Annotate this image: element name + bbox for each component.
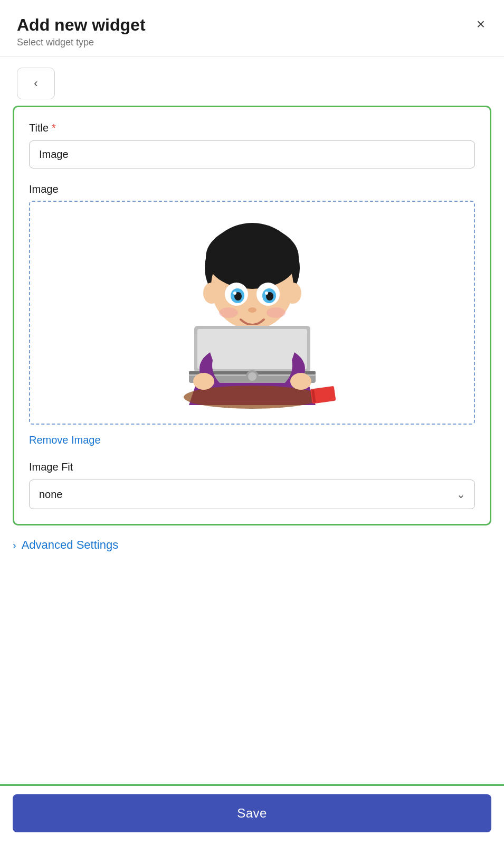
- bottom-save-bar: Save: [0, 784, 504, 845]
- svg-point-28: [290, 373, 311, 390]
- save-button[interactable]: Save: [13, 794, 491, 832]
- svg-point-14: [219, 307, 238, 318]
- image-fit-select[interactable]: none contain cover fill scale-down: [29, 480, 475, 509]
- advanced-settings-button[interactable]: › Advanced Settings: [13, 538, 118, 552]
- svg-point-27: [193, 373, 214, 390]
- remove-image-button[interactable]: Remove Image: [29, 434, 101, 446]
- close-button[interactable]: ×: [474, 15, 487, 34]
- svg-point-3: [203, 283, 220, 304]
- cartoon-boy-svg: [152, 210, 353, 416]
- svg-point-24: [248, 372, 256, 381]
- svg-point-11: [233, 292, 236, 295]
- dialog-title: Add new widget: [17, 15, 146, 35]
- svg-point-4: [284, 283, 301, 304]
- title-input[interactable]: [29, 140, 475, 168]
- svg-point-13: [248, 307, 256, 313]
- svg-point-2: [206, 226, 299, 289]
- dialog-subtitle: Select widget type: [17, 37, 146, 48]
- back-icon: ‹: [34, 77, 37, 90]
- image-dropzone[interactable]: [29, 201, 475, 425]
- chevron-right-icon: ›: [13, 539, 16, 551]
- image-label: Image: [29, 183, 475, 195]
- image-fit-select-wrapper: none contain cover fill scale-down ⌄: [29, 480, 475, 509]
- image-fit-label: Image Fit: [29, 461, 475, 473]
- advanced-settings-section: › Advanced Settings: [13, 538, 491, 552]
- back-section: ‹: [0, 57, 504, 106]
- dialog-header: Add new widget Select widget type ×: [0, 0, 504, 57]
- title-label: Title *: [29, 122, 475, 134]
- advanced-settings-label: Advanced Settings: [22, 538, 118, 552]
- header-text: Add new widget Select widget type: [17, 15, 146, 48]
- required-indicator: *: [52, 122, 56, 134]
- svg-rect-21: [197, 329, 307, 369]
- form-card: Title * Image: [13, 106, 491, 525]
- svg-point-12: [265, 292, 268, 295]
- image-preview: [30, 202, 474, 424]
- back-button[interactable]: ‹: [17, 68, 55, 99]
- svg-point-15: [267, 307, 286, 318]
